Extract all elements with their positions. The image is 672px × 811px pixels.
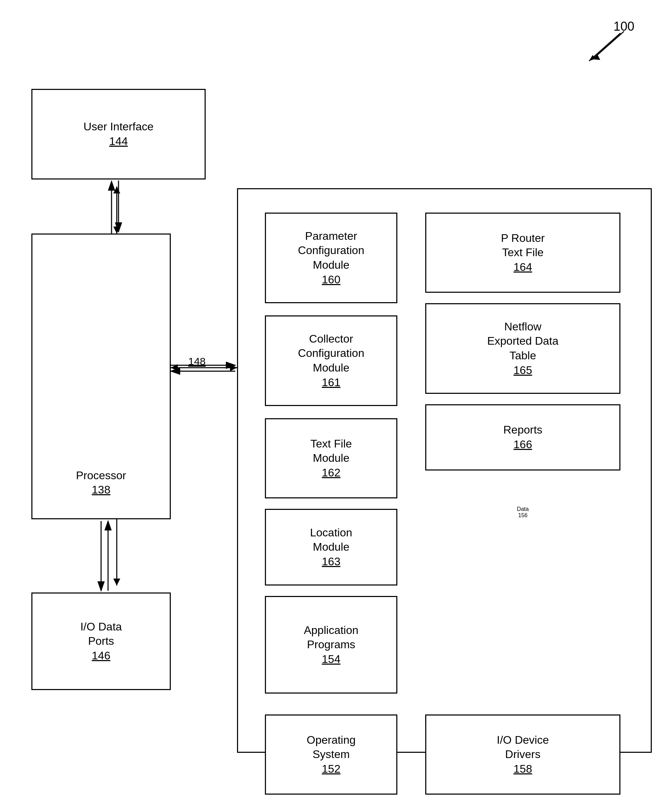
param-config-box: ParameterConfigurationModule 160 xyxy=(265,212,397,303)
io-data-ports-number: 146 xyxy=(92,648,110,663)
diagram: 100 User Interface 144 Processor 138 148… xyxy=(0,0,672,811)
processor-box: Processor 138 xyxy=(31,234,171,519)
text-file-module-number: 162 xyxy=(322,466,340,480)
svg-marker-6 xyxy=(113,579,120,585)
location-module-number: 163 xyxy=(322,555,340,569)
svg-marker-14 xyxy=(592,55,600,60)
location-module-box: LocationModule 163 xyxy=(265,509,397,585)
reports-label: Reports xyxy=(503,423,542,438)
p-router-text-label: P RouterText File xyxy=(501,231,545,260)
reports-number: 166 xyxy=(513,438,532,452)
collector-config-box: CollectorConfigurationModule 161 xyxy=(265,316,397,406)
p-router-text-box: P RouterText File 164 xyxy=(425,212,620,293)
reports-box: Reports 166 xyxy=(425,404,620,470)
svg-marker-4 xyxy=(113,227,120,234)
data-number: 156 xyxy=(518,512,528,519)
param-config-number: 160 xyxy=(322,273,340,287)
ref-number-100: 100 xyxy=(613,19,635,34)
operating-system-box: OperatingSystem 152 xyxy=(265,714,397,795)
text-file-module-box: Text FileModule 162 xyxy=(265,418,397,499)
netflow-exported-number: 165 xyxy=(513,363,532,378)
processor-label: Processor xyxy=(76,469,126,482)
netflow-exported-box: NetflowExported DataTable 165 xyxy=(425,303,620,394)
svg-marker-10 xyxy=(230,364,237,371)
svg-line-0 xyxy=(589,33,620,61)
svg-marker-3 xyxy=(113,187,120,193)
io-data-ports-label: I/O DataPorts xyxy=(80,620,122,648)
io-data-ports-box: I/O DataPorts 146 xyxy=(31,592,171,690)
io-device-drivers-label: I/O DeviceDrivers xyxy=(497,733,549,762)
processor-number: 138 xyxy=(92,484,110,496)
p-router-text-number: 164 xyxy=(513,260,532,275)
text-file-module-label: Text FileModule xyxy=(310,437,352,466)
collector-config-number: 161 xyxy=(322,375,340,390)
data-item: Data 156 xyxy=(425,484,620,540)
user-interface-number: 144 xyxy=(109,134,127,149)
io-device-drivers-box: I/O DeviceDrivers 158 xyxy=(425,714,620,795)
user-interface-box: User Interface 144 xyxy=(31,89,205,180)
bus-label: 148 xyxy=(188,355,205,367)
location-module-label: LocationModule xyxy=(310,526,352,555)
data-label: Data xyxy=(517,506,529,512)
param-config-label: ParameterConfigurationModule xyxy=(298,229,364,273)
io-device-drivers-number: 158 xyxy=(513,762,532,777)
svg-marker-9 xyxy=(171,364,178,371)
svg-line-13 xyxy=(592,31,624,59)
application-programs-box: ApplicationPrograms 154 xyxy=(265,596,397,694)
svg-marker-1 xyxy=(589,55,596,61)
operating-system-number: 152 xyxy=(322,762,340,777)
user-interface-label: User Interface xyxy=(84,120,154,134)
application-programs-label: ApplicationPrograms xyxy=(304,623,359,652)
collector-config-label: CollectorConfigurationModule xyxy=(298,332,364,375)
netflow-exported-label: NetflowExported DataTable xyxy=(487,320,559,363)
operating-system-label: OperatingSystem xyxy=(307,733,356,762)
application-programs-number: 154 xyxy=(322,652,340,667)
